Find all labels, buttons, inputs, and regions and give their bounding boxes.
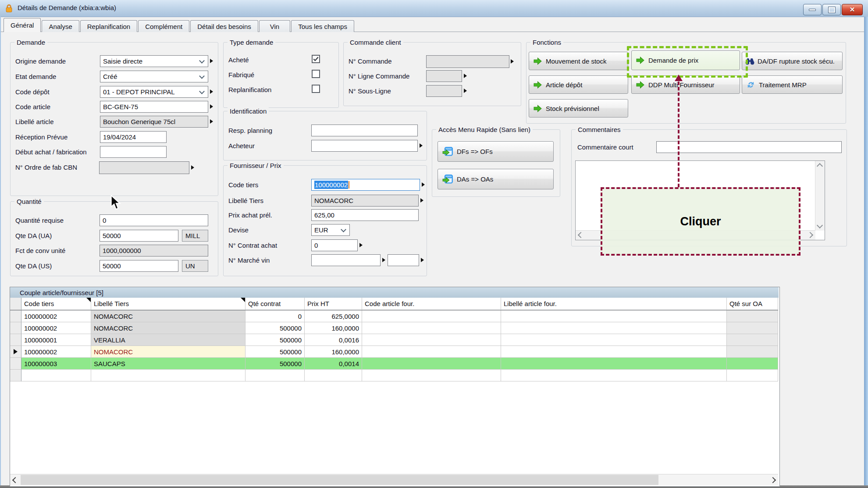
marche-vin-2-more-arrow-icon[interactable] [421,258,424,262]
cell-prix-ht[interactable]: 160,0000 [305,346,362,358]
cell-qte-sur-oa[interactable] [727,334,778,346]
cell-code-tiers[interactable]: 100000002 [21,310,91,322]
marche-vin-more-arrow-icon[interactable] [382,258,385,262]
cell-code-article-four[interactable] [362,322,501,334]
cell-libelle-tiers[interactable]: VERALLIA [91,334,245,346]
cell-prix-ht[interactable]: 160,0000 [305,322,362,334]
table-row[interactable]: 100000002 NOMACORC 500000 160,0000 [10,322,778,334]
row-selector-cell-current[interactable] [10,346,21,358]
table-row-current[interactable]: 100000002 NOMACORC 500000 160,0000 [10,346,778,358]
cell-prix-ht[interactable]: 0,0016 [305,334,362,346]
cell-code-article-four[interactable] [362,334,501,346]
comment-vertical-scrollbar[interactable] [815,161,825,231]
commentaire-court-input[interactable] [656,141,842,153]
replanification-checkbox[interactable] [312,85,320,93]
libelle-article-more-arrow-icon[interactable] [210,119,213,124]
header-prix-ht[interactable]: Prix HT [305,298,362,310]
cell-code-tiers[interactable]: 100000002 [21,322,91,334]
debut-achat-input[interactable] [100,146,167,158]
row-selector-cell[interactable] [10,310,21,322]
minimize-button[interactable] [803,4,822,15]
header-libelle-article-four[interactable]: Libellé article four. [501,298,727,310]
origine-demande-select[interactable]: Saisie directe [100,55,208,67]
no-commande-more-arrow-icon[interactable] [511,59,514,64]
fabrique-checkbox[interactable] [312,70,320,78]
cell-empty[interactable] [21,370,91,381]
cell-libelle-article-four[interactable] [501,346,727,358]
title-bar[interactable]: Détails de Demande (xbia:a:wbia) ✕ [0,0,868,17]
marche-vin-input[interactable] [311,254,381,266]
contrat-achat-more-arrow-icon[interactable] [359,243,363,247]
cell-libelle-article-four[interactable] [501,358,727,370]
tab-vin[interactable]: Vin [259,20,290,32]
cell-qte-contrat[interactable]: 500000 [245,322,305,334]
cell-code-tiers[interactable]: 100000001 [21,334,91,346]
cell-libelle-article-four[interactable] [501,334,727,346]
row-selector-cell[interactable] [10,334,21,346]
scroll-right-icon[interactable] [806,231,815,239]
header-qte-sur-oa[interactable]: Qté sur OA [727,298,778,310]
resp-planning-input[interactable] [311,125,418,136]
acheteur-input[interactable] [311,140,418,152]
cell-empty[interactable] [245,370,305,381]
cell-qte-contrat[interactable]: 500000 [245,358,305,370]
acheteur-more-arrow-icon[interactable] [420,143,423,148]
cell-qte-contrat[interactable]: 500000 [245,346,305,358]
dfs-ofs-button[interactable]: DFs => OFs [438,141,554,162]
scrollbar-thumb[interactable] [21,475,658,485]
header-code-tiers[interactable]: Code tiers [21,298,91,310]
cell-qte-sur-oa[interactable] [727,346,778,358]
cell-qte-sur-oa[interactable] [727,358,778,370]
origine-demande-more-arrow-icon[interactable] [210,59,213,63]
cell-empty[interactable] [727,370,778,381]
prix-achat-input[interactable]: 625,00 [311,209,419,221]
cell-qte-contrat[interactable]: 500000 [245,334,305,346]
devise-select[interactable]: EUR [311,224,350,236]
mouvement-de-stock-button[interactable]: Mouvement de stock [529,52,628,70]
tab-analyse[interactable]: Analyse [42,20,79,32]
cell-empty[interactable] [91,370,245,381]
cell-empty[interactable] [305,370,362,381]
header-code-article-four[interactable]: Code article four. [362,298,501,310]
dadf-rupture-stock-button[interactable]: DA/DF rupture stock sécu. [742,52,843,70]
cell-prix-ht[interactable]: 625,0000 [305,310,362,322]
cell-prix-ht[interactable]: 0,0014 [305,358,362,370]
reception-prevue-input[interactable]: 19/04/2024 [100,131,167,143]
tab-replanification[interactable]: Replanification [80,20,137,32]
scroll-left-icon[interactable] [576,231,585,239]
scroll-right-icon[interactable] [768,474,778,485]
tab-complement[interactable]: Complément [138,20,189,32]
scroll-up-icon[interactable] [815,162,824,171]
cell-libelle-tiers[interactable]: NOMACORC [91,310,245,322]
achete-checkbox[interactable] [312,55,320,63]
ordre-fab-cbn-more-arrow-icon[interactable] [191,165,194,170]
demande-de-prix-button[interactable]: Demande de prix [631,50,740,70]
cell-libelle-article-four[interactable] [501,322,727,334]
code-article-input[interactable]: BC-GEN-75 [100,101,208,113]
code-tiers-input[interactable]: 100000002 [311,179,420,191]
close-button[interactable]: ✕ [842,4,863,15]
cell-libelle-article-four[interactable] [501,310,727,322]
header-qte-contrat[interactable]: Qté contrat [245,298,305,310]
no-sous-ligne-more-arrow-icon[interactable] [464,89,467,93]
row-selector-cell[interactable] [10,370,21,381]
stock-previsionnel-button[interactable]: Stock prévisionnel [529,99,628,118]
tab-general[interactable]: Général [4,18,41,32]
table-horizontal-scrollbar[interactable] [10,474,778,485]
scroll-down-icon[interactable] [815,221,824,230]
code-depot-select[interactable]: 01 - DEPOT PRINCIPAL [100,86,208,98]
ddp-multi-fournisseur-button[interactable]: DDP Multi Fournisseur [631,75,740,94]
table-row-empty[interactable] [10,370,778,381]
cell-code-tiers[interactable]: 100000002 [21,346,91,358]
cell-libelle-tiers[interactable]: NOMACORC [91,322,245,334]
cell-libelle-tiers[interactable]: NOMACORC [91,346,245,358]
cell-code-article-four[interactable] [362,346,501,358]
no-ligne-commande-more-arrow-icon[interactable] [464,74,467,78]
cell-empty[interactable] [362,370,501,381]
cell-qte-contrat[interactable]: 0 [245,310,305,322]
marche-vin-input-2[interactable] [388,254,419,266]
etat-demande-select[interactable]: Créé [100,71,208,82]
qte-da-us-input[interactable]: 50000 [100,260,178,272]
code-article-more-arrow-icon[interactable] [210,104,213,109]
cell-empty[interactable] [501,370,727,381]
